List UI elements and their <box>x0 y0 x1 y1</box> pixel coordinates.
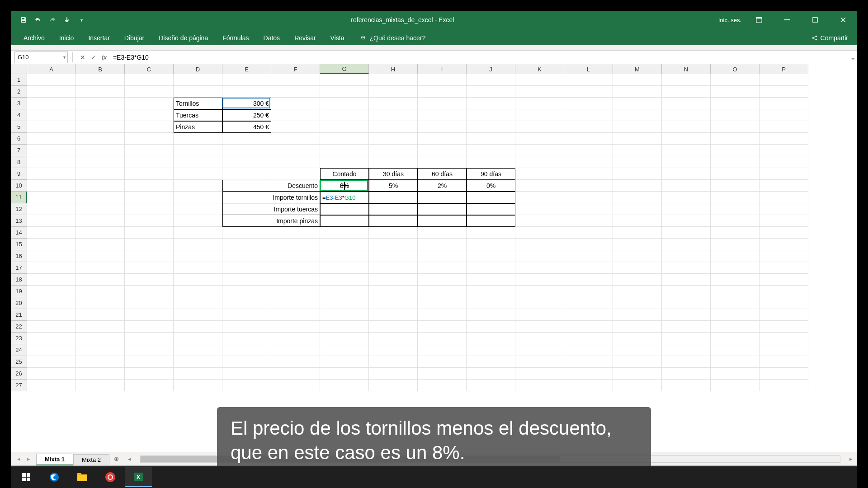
cell-P20[interactable] <box>760 297 808 309</box>
cell-F23[interactable] <box>271 333 320 344</box>
cell-H22[interactable] <box>369 321 418 333</box>
cell-L25[interactable] <box>564 356 613 368</box>
cell-G4[interactable] <box>320 109 369 121</box>
cell-E20[interactable] <box>222 297 271 309</box>
cell-F27[interactable] <box>271 380 320 391</box>
tab-nav-next-icon[interactable]: ▸ <box>24 455 33 462</box>
cell-J5[interactable] <box>467 121 515 133</box>
cell-E27[interactable] <box>222 380 271 391</box>
cell-F21[interactable] <box>271 309 320 321</box>
cell-L7[interactable] <box>564 145 613 156</box>
cell-J14[interactable] <box>467 227 515 239</box>
cell-M7[interactable] <box>613 145 662 156</box>
cell-I7[interactable] <box>418 145 467 156</box>
cell-N20[interactable] <box>662 297 711 309</box>
cell-F6[interactable] <box>271 133 320 145</box>
cell-J21[interactable] <box>467 309 515 321</box>
cell-J15[interactable] <box>467 239 515 250</box>
cell-D27[interactable] <box>174 380 222 391</box>
cell-J20[interactable] <box>467 297 515 309</box>
cell-B17[interactable] <box>76 262 125 274</box>
cell-K17[interactable] <box>515 262 564 274</box>
cell-I2[interactable] <box>418 86 467 98</box>
cell-H4[interactable] <box>369 109 418 121</box>
cell-L14[interactable] <box>564 227 613 239</box>
cell-D21[interactable] <box>174 309 222 321</box>
cell-L13[interactable] <box>564 215 613 227</box>
chevron-down-icon[interactable]: ▾ <box>63 55 66 60</box>
cell-B23[interactable] <box>76 333 125 344</box>
row-header-9[interactable]: 9 <box>11 168 27 180</box>
cell-O3[interactable] <box>711 98 760 109</box>
cell-O27[interactable] <box>711 380 760 391</box>
cell-G14[interactable] <box>320 227 369 239</box>
cell-A21[interactable] <box>27 309 76 321</box>
cell-J17[interactable] <box>467 262 515 274</box>
cell-M4[interactable] <box>613 109 662 121</box>
name-box[interactable]: G10 ▾ <box>14 52 68 63</box>
cell-J18[interactable] <box>467 274 515 286</box>
share-button[interactable]: Compartir <box>802 31 857 45</box>
cell-J3[interactable] <box>467 98 515 109</box>
cell-I19[interactable] <box>418 286 467 297</box>
cell-J8[interactable] <box>467 156 515 168</box>
cell-C1[interactable] <box>125 74 174 86</box>
cell-M20[interactable] <box>613 297 662 309</box>
cell-N8[interactable] <box>662 156 711 168</box>
cell-I9[interactable]: 60 días <box>418 168 467 180</box>
tab-revisar[interactable]: Revisar <box>287 31 323 45</box>
cell-H20[interactable] <box>369 297 418 309</box>
cell-K14[interactable] <box>515 227 564 239</box>
cell-K11[interactable] <box>515 192 564 203</box>
cell-D11[interactable] <box>174 192 222 203</box>
cell-H12[interactable] <box>369 203 418 215</box>
row-header-13[interactable]: 13 <box>11 215 27 227</box>
cell-P12[interactable] <box>760 203 808 215</box>
cell-E3[interactable]: 300 € <box>222 98 271 109</box>
row-header-24[interactable]: 24 <box>11 344 27 356</box>
cell-J23[interactable] <box>467 333 515 344</box>
column-header-K[interactable]: K <box>515 64 564 74</box>
cell-F7[interactable] <box>271 145 320 156</box>
cell-I26[interactable] <box>418 368 467 380</box>
cell-C3[interactable] <box>125 98 174 109</box>
cell-P24[interactable] <box>760 344 808 356</box>
cell-I17[interactable] <box>418 262 467 274</box>
cell-O4[interactable] <box>711 109 760 121</box>
cell-E2[interactable] <box>222 86 271 98</box>
cell-P14[interactable] <box>760 227 808 239</box>
cell-A23[interactable] <box>27 333 76 344</box>
cell-B7[interactable] <box>76 145 125 156</box>
cell-E14[interactable] <box>222 227 271 239</box>
cell-H9[interactable]: 30 días <box>369 168 418 180</box>
cell-O18[interactable] <box>711 274 760 286</box>
cell-I27[interactable] <box>418 380 467 391</box>
column-header-F[interactable]: F <box>271 64 320 74</box>
cell-H23[interactable] <box>369 333 418 344</box>
cell-J11[interactable] <box>467 192 515 203</box>
cell-N12[interactable] <box>662 203 711 215</box>
cell-H11[interactable] <box>369 192 418 203</box>
cell-N27[interactable] <box>662 380 711 391</box>
cell-P26[interactable] <box>760 368 808 380</box>
cell-G17[interactable] <box>320 262 369 274</box>
cell-M8[interactable] <box>613 156 662 168</box>
cell-H10[interactable]: 5% <box>369 180 418 192</box>
cell-P27[interactable] <box>760 380 808 391</box>
cell-P13[interactable] <box>760 215 808 227</box>
cell-M15[interactable] <box>613 239 662 250</box>
tab-vista[interactable]: Vista <box>323 31 352 45</box>
cell-K20[interactable] <box>515 297 564 309</box>
cell-M21[interactable] <box>613 309 662 321</box>
cell-I10[interactable]: 2% <box>418 180 467 192</box>
cell-G9[interactable]: Contado <box>320 168 369 180</box>
cell-E5[interactable]: 450 € <box>222 121 271 133</box>
redo-icon[interactable] <box>47 14 58 25</box>
cell-L27[interactable] <box>564 380 613 391</box>
start-button[interactable] <box>13 467 40 487</box>
cell-E7[interactable] <box>222 145 271 156</box>
cell-D14[interactable] <box>174 227 222 239</box>
cell-D2[interactable] <box>174 86 222 98</box>
cell-C22[interactable] <box>125 321 174 333</box>
cell-N9[interactable] <box>662 168 711 180</box>
